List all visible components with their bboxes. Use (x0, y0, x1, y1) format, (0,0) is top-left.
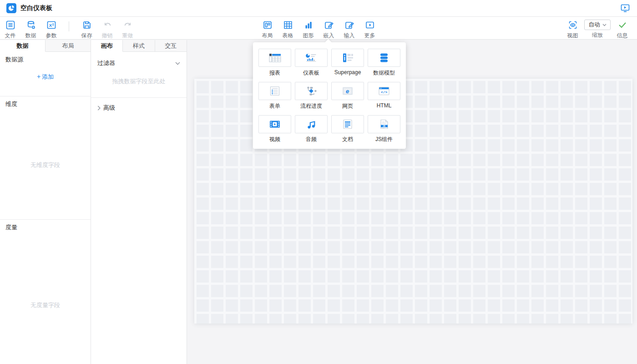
menu-item-audio[interactable]: 音频 (295, 115, 328, 143)
measures-title: 度量 (0, 220, 91, 232)
dimensions-placeholder: 无维度字段 (0, 161, 91, 169)
filter-title: 过滤器 (97, 59, 115, 67)
datasource-title: 数据源 (0, 52, 91, 64)
toolbar-button-label: 视图 (567, 32, 578, 40)
add-datasource-button[interactable]: +添加 (0, 73, 91, 81)
menu-item-html[interactable]: </> HTML (368, 82, 400, 110)
toolbar-button-view[interactable]: 视图 (562, 17, 583, 40)
toolbar-button-more[interactable]: 更多 (359, 17, 380, 40)
toolbar-button-label: 嵌入 (324, 32, 334, 40)
menu-item-report[interactable]: 报表 (258, 49, 291, 77)
toolbar-button-table[interactable]: 表格 (278, 17, 298, 40)
audio-icon (304, 119, 318, 130)
view-icon (567, 20, 578, 30)
plus-icon: + (37, 73, 40, 80)
menu-item-label: 网页 (331, 102, 364, 110)
menu-item-label: 音频 (295, 136, 328, 143)
toolbar-button-input[interactable]: 输入 (339, 17, 359, 40)
superpage-icon (340, 52, 355, 63)
input-icon (344, 20, 355, 30)
advanced-toggle[interactable]: 高级 (91, 98, 187, 118)
toolbar-button-label: 更多 (364, 32, 375, 40)
menu-item-js-component[interactable]: JS JS组件 (368, 115, 400, 143)
menu-item-label: 表单 (258, 102, 291, 110)
toolbar-button-redo[interactable]: 重做 (117, 17, 138, 40)
menu-item-label: JS组件 (368, 136, 400, 143)
menu-item-superpage[interactable]: Superpage (331, 49, 364, 77)
toolbar-button-label: 布局 (262, 32, 273, 40)
save-icon (81, 20, 92, 30)
measures-section: 度量 无度量字段 (0, 220, 91, 364)
svg-text:e: e (346, 88, 349, 95)
canvas-panel: 画布 样式 交互 过滤器 拖拽数据字段至此处 高级 (91, 40, 187, 364)
menu-item-data-model[interactable]: 数据模型 (368, 49, 400, 77)
webpage-icon: e (340, 86, 355, 96)
layout-icon (262, 20, 273, 30)
toolbar-button-label: 保存 (81, 32, 92, 40)
document-icon (340, 119, 355, 130)
svg-text:X: X (49, 23, 52, 28)
database-icon (25, 20, 36, 30)
menu-item-video[interactable]: 视频 (258, 115, 291, 143)
filter-header[interactable]: 过滤器 (91, 52, 187, 67)
menu-item-label: 仪表板 (295, 69, 328, 77)
dimensions-title: 维度 (0, 96, 91, 108)
toolbar-button-data[interactable]: 数据 (20, 17, 41, 40)
flowchart-icon (304, 86, 318, 96)
zoom-control: 自动 缩放 (583, 17, 612, 39)
toolbar-button-file[interactable]: 文件 (0, 17, 20, 40)
chevron-down-icon (175, 62, 180, 65)
canvas-panel-tabs: 画布 样式 交互 (91, 40, 187, 52)
filter-drop-placeholder: 拖拽数据字段至此处 (91, 77, 187, 86)
video-icon (268, 119, 282, 130)
html-icon: </> (377, 86, 391, 96)
add-datasource-label: 添加 (42, 73, 54, 80)
redo-icon (122, 20, 133, 30)
toolbar-button-info[interactable]: 信息 (612, 17, 632, 40)
tab-canvas[interactable]: 画布 (91, 40, 123, 52)
toolbar-button-parameter[interactable]: X 参数 (41, 17, 61, 40)
toolbar-button-label: 参数 (46, 32, 57, 40)
datasource-section: 数据源 +添加 (0, 52, 91, 96)
data-model-icon (377, 52, 391, 63)
toolbar-button-label: 信息 (617, 32, 628, 40)
app-logo-icon (6, 3, 16, 13)
sidebar-tabs: 数据 布局 (0, 40, 91, 52)
menu-item-form[interactable]: 表单 (258, 82, 291, 110)
preview-button[interactable] (620, 3, 631, 14)
tab-style[interactable]: 样式 (123, 40, 155, 52)
parameter-icon: X (46, 20, 57, 30)
form-icon (268, 86, 282, 96)
svg-text:</>: </> (381, 90, 388, 94)
menu-item-document[interactable]: 文档 (331, 115, 364, 143)
check-icon (617, 20, 628, 30)
toolbar-button-label: 数据 (25, 32, 36, 40)
present-icon (620, 3, 631, 14)
menu-icon (5, 20, 16, 30)
menu-item-dashboard[interactable]: 仪表板 (295, 49, 328, 77)
embed-menu-grid: 报表 仪表板 (258, 49, 400, 143)
tab-interaction[interactable]: 交互 (155, 40, 187, 52)
menu-item-label: 视频 (258, 136, 291, 143)
menu-item-webpage[interactable]: e 网页 (331, 82, 364, 110)
zoom-select[interactable]: 自动 (584, 20, 611, 30)
menu-item-label: 报表 (258, 69, 291, 77)
toolbar-button-layout[interactable]: 布局 (257, 17, 278, 40)
menu-item-label: Superpage (331, 69, 364, 76)
toolbar-button-undo[interactable]: 撤销 (97, 17, 117, 40)
table-icon (283, 20, 293, 30)
menu-item-label: HTML (368, 102, 400, 109)
embed-icon (324, 20, 334, 30)
dimensions-section: 维度 无维度字段 (0, 96, 91, 220)
undo-icon (102, 20, 113, 30)
toolbar-button-label: 撤销 (102, 32, 113, 40)
toolbar-button-embed[interactable]: 嵌入 (318, 17, 339, 40)
tab-data[interactable]: 数据 (0, 40, 46, 52)
tab-layout[interactable]: 布局 (46, 40, 91, 52)
menu-item-flow-progress[interactable]: 流程进度 (295, 82, 328, 110)
menu-item-label: 文档 (331, 136, 364, 143)
measures-placeholder: 无度量字段 (0, 301, 91, 309)
menu-item-label: 流程进度 (295, 102, 328, 110)
toolbar-button-save[interactable]: 保存 (76, 17, 97, 40)
toolbar-button-chart[interactable]: 图形 (298, 17, 318, 40)
